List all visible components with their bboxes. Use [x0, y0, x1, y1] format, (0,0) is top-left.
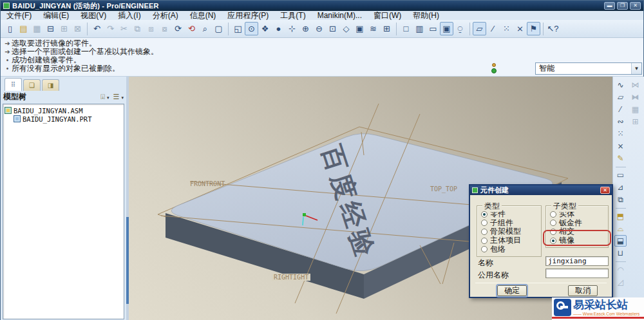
ok-button[interactable]: 确定: [497, 285, 527, 296]
open-file-icon[interactable]: ▤: [17, 22, 30, 35]
round-icon[interactable]: ◠: [614, 264, 627, 276]
section-icon[interactable]: ⊿: [614, 182, 627, 193]
datum-axes-toggle-icon[interactable]: ⁄: [486, 22, 500, 35]
shaded-icon[interactable]: ▣: [440, 22, 453, 35]
menu-analysis[interactable]: 分析(A): [147, 10, 184, 21]
radio-icon[interactable]: [550, 238, 556, 244]
view-manager-icon[interactable]: ⊞: [380, 22, 393, 35]
pan-zoom-icon[interactable]: ⊹: [285, 22, 299, 35]
datum-point-icon[interactable]: ⁙: [614, 128, 627, 140]
restore-button[interactable]: ❐: [617, 2, 628, 10]
menu-manikin[interactable]: Manikin(M)...: [312, 11, 368, 20]
saved-views-icon[interactable]: ▣: [353, 22, 366, 35]
tab-folder-browser[interactable]: ❏: [23, 79, 41, 91]
context-help-icon[interactable]: ↖?: [546, 22, 560, 35]
select-box-icon[interactable]: ▢: [212, 22, 225, 35]
radio-icon[interactable]: [550, 220, 556, 226]
plane-display-icon[interactable]: ▭: [614, 169, 627, 181]
find-icon[interactable]: ⌕: [198, 22, 212, 35]
orient-ball-icon[interactable]: ⍜: [453, 22, 467, 35]
radio-envelope[interactable]: 包络: [481, 245, 538, 254]
name-field[interactable]: jingxiang: [545, 256, 609, 266]
radio-sheetmetal[interactable]: 钣金件: [550, 219, 605, 228]
hidden-line-icon[interactable]: ▥: [413, 22, 426, 35]
revolve-icon[interactable]: ⌓: [614, 223, 627, 234]
menu-tools[interactable]: 工具(T): [274, 10, 311, 21]
repaint-icon[interactable]: ◱: [231, 22, 245, 35]
tree-node-assembly[interactable]: BAIDU_JINGYAN.ASM: [5, 106, 122, 115]
redo-icon[interactable]: ↷: [104, 22, 117, 35]
wireframe-icon[interactable]: □: [399, 22, 413, 35]
radio-icon[interactable]: [481, 229, 488, 235]
radio-icon[interactable]: [481, 246, 488, 252]
grid-icon[interactable]: ⊞: [629, 116, 641, 127]
datum-csys-toggle-icon[interactable]: ⨯: [513, 22, 527, 35]
menu-help[interactable]: 帮助(H): [407, 10, 445, 21]
datum-planes-toggle-icon[interactable]: ▱: [473, 22, 486, 35]
cut-icon[interactable]: ✂: [117, 22, 131, 35]
selection-filter-dropdown[interactable]: 智能 ▼: [535, 62, 642, 75]
extrude-icon[interactable]: ⬒: [614, 211, 627, 222]
menu-view[interactable]: 视图(V): [75, 10, 112, 21]
tree-settings-dropdown[interactable]: ☰ ▾: [113, 93, 124, 101]
menu-applications[interactable]: 应用程序(P): [222, 10, 274, 21]
merge-icon[interactable]: ⧓: [629, 91, 641, 103]
menu-insert[interactable]: 插入(I): [112, 10, 146, 21]
spin-center-icon[interactable]: ⊙: [245, 22, 258, 35]
layers-icon[interactable]: ≋: [366, 22, 380, 35]
close-button[interactable]: ✕: [630, 2, 641, 10]
annotations-toggle-icon[interactable]: ⚑: [527, 22, 540, 35]
print-icon[interactable]: ⊟: [44, 22, 57, 35]
datum-points-toggle-icon[interactable]: ⁙: [500, 22, 513, 35]
datum-axis-icon[interactable]: ⁄: [614, 104, 627, 115]
style-curve-icon[interactable]: ∿: [614, 79, 627, 91]
chamfer-icon[interactable]: ◿: [614, 276, 627, 288]
reorient-icon[interactable]: ◇: [339, 22, 353, 35]
tab-favorites[interactable]: ◨: [42, 79, 59, 91]
cancel-button[interactable]: 取消: [568, 285, 598, 296]
tree-node-part[interactable]: BAIDU_JINGYAN.PRT: [5, 115, 122, 123]
zoom-out-icon[interactable]: ⊖: [312, 22, 326, 35]
save-file-icon[interactable]: ▦: [30, 22, 44, 35]
insert-curve-icon[interactable]: ∾: [614, 116, 627, 127]
mirror-geometry-icon[interactable]: ⋈: [629, 79, 641, 91]
menu-edit[interactable]: 编辑(E): [37, 10, 75, 21]
erase-display-icon[interactable]: ⊠: [71, 22, 84, 35]
datum-plane-icon[interactable]: ▱: [614, 91, 627, 103]
menu-window[interactable]: 窗口(W): [368, 10, 407, 21]
refit-icon[interactable]: ⊡: [326, 22, 339, 35]
radio-icon[interactable]: [481, 220, 488, 226]
shade-sphere-icon[interactable]: ●: [272, 22, 285, 35]
paste-icon[interactable]: ⧈: [144, 22, 158, 35]
new-file-icon[interactable]: ▯: [3, 22, 17, 35]
copy-geometry-icon[interactable]: ⧉: [614, 194, 627, 205]
common-name-field[interactable]: [545, 268, 609, 278]
paste-special-icon[interactable]: ⧇: [158, 22, 171, 35]
orient-mode-icon[interactable]: ❖: [258, 22, 272, 35]
dialog-close-icon[interactable]: ✕: [600, 187, 610, 194]
radio-icon[interactable]: [550, 229, 556, 235]
dialog-title-bar[interactable]: 元件创建 ✕: [470, 185, 612, 195]
chevron-down-icon[interactable]: ▼: [631, 63, 641, 74]
radio-icon[interactable]: [550, 211, 556, 218]
print-setup-icon[interactable]: ⊞: [57, 22, 71, 35]
copy-icon[interactable]: ⧉: [131, 22, 144, 35]
menu-info[interactable]: 信息(N): [184, 10, 222, 21]
undo-icon[interactable]: ↶: [90, 22, 104, 35]
menu-file[interactable]: 文件(F): [1, 10, 37, 21]
blend-icon[interactable]: ⊔: [614, 247, 627, 259]
radio-icon[interactable]: [481, 238, 488, 244]
sketch-tool-icon[interactable]: ✎: [614, 153, 627, 164]
sweep-icon[interactable]: ⬓: [614, 235, 627, 247]
zoom-in-icon[interactable]: ⊕: [299, 22, 312, 35]
coordinate-system-icon[interactable]: ⨯: [614, 140, 627, 152]
radio-icon[interactable]: [481, 211, 488, 218]
tab-model-tree[interactable]: ⠿: [5, 78, 22, 91]
radio-mirror[interactable]: 镜像: [550, 236, 605, 245]
radio-intersect[interactable]: 相交: [550, 227, 605, 236]
regenerate-manager-icon[interactable]: ⟲: [185, 22, 198, 35]
no-hidden-icon[interactable]: ▭: [426, 22, 440, 35]
pattern-icon[interactable]: ▦: [629, 104, 641, 115]
minimize-button[interactable]: ▬: [604, 2, 615, 10]
regenerate-icon[interactable]: ⟳: [171, 22, 185, 35]
